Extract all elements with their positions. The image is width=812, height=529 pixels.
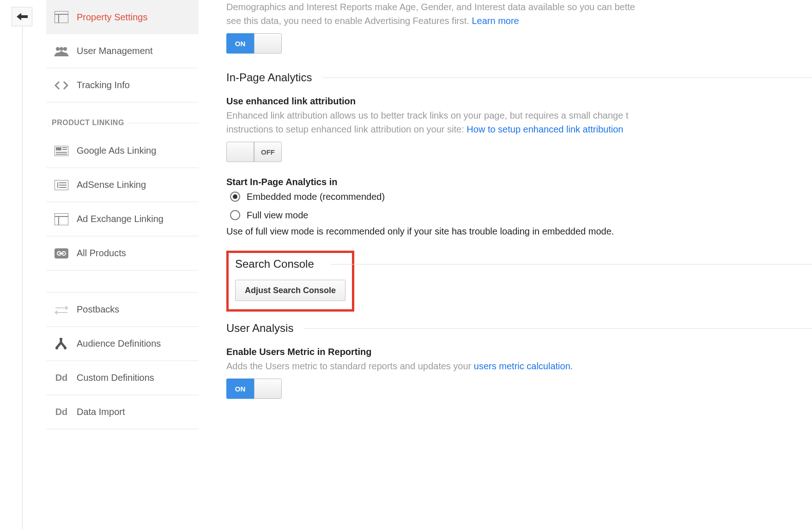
users-metric-toggle[interactable]: ON	[226, 379, 282, 399]
sidebar-item-label: Postbacks	[77, 304, 119, 315]
text: see this data, you need to enable Advert…	[226, 16, 472, 26]
sidebar-item-all-products[interactable]: All Products	[46, 236, 199, 271]
toggle-handle	[254, 379, 282, 399]
vertical-divider	[22, 27, 23, 529]
enable-users-title: Enable Users Metric in Reporting	[226, 347, 812, 357]
sidebar-item-label: Tracking Info	[77, 80, 130, 90]
sidebar-item-adsense-linking[interactable]: AdSense Linking	[46, 168, 199, 202]
branch-icon	[54, 336, 69, 352]
text: instructions to setup enhanced link attr…	[226, 124, 467, 134]
svg-point-3	[56, 47, 60, 51]
svg-point-4	[60, 47, 63, 51]
toggle-off-label: OFF	[254, 142, 282, 162]
sidebar-item-label: Ad Exchange Linking	[77, 214, 164, 224]
divider-line	[304, 328, 812, 329]
toggle-handle	[254, 33, 282, 54]
back-arrow-icon	[17, 13, 28, 20]
demographics-toggle[interactable]: ON	[226, 33, 282, 54]
sidebar-item-property-settings[interactable]: Property Settings	[46, 0, 199, 34]
sidebar: Property Settings User Management Tracki…	[46, 0, 199, 429]
button-label: Adjust Search Console	[245, 286, 336, 295]
users-metric-link[interactable]: users metric calculation.	[474, 361, 573, 371]
radio-label: Embedded mode (recommended)	[247, 192, 385, 202]
heading-text: Search Console	[235, 258, 314, 271]
exchange-icon	[54, 302, 69, 318]
news-icon	[54, 143, 69, 159]
radio-embedded-mode[interactable]: Embedded mode (recommended)	[230, 187, 812, 206]
radio-label: Full view mode	[247, 210, 308, 221]
svg-rect-17	[55, 213, 68, 225]
full-view-note: Use of full view mode is recommended onl…	[226, 226, 812, 237]
sidebar-item-postbacks[interactable]: Postbacks	[46, 293, 199, 327]
enhanced-link-description: Enhanced link attribution allows us to b…	[226, 108, 812, 136]
sidebar-item-google-ads-linking[interactable]: Google Ads Linking	[46, 134, 199, 168]
svg-point-25	[55, 347, 58, 349]
sidebar-item-label: Data Import	[77, 407, 125, 417]
svg-point-5	[63, 47, 67, 51]
svg-point-26	[64, 347, 67, 349]
layout-icon	[54, 9, 69, 25]
sidebar-item-ad-exchange-linking[interactable]: Ad Exchange Linking	[46, 202, 199, 236]
sidebar-item-label: Google Ads Linking	[77, 145, 156, 156]
adjust-search-console-button[interactable]: Adjust Search Console	[235, 280, 345, 301]
in-page-analytics-heading: In-Page Analytics	[226, 71, 812, 84]
enhanced-link-toggle[interactable]: OFF	[226, 142, 282, 162]
search-console-heading: Search Console	[235, 258, 327, 271]
dd-icon: Dd	[54, 370, 69, 386]
sidebar-spacer	[46, 271, 199, 293]
divider-line	[331, 264, 812, 264]
divider-line	[323, 78, 812, 78]
list-icon	[54, 177, 69, 193]
divider-line	[129, 123, 199, 123]
sidebar-item-tracking-info[interactable]: Tracking Info	[46, 68, 199, 102]
users-icon	[54, 43, 69, 59]
sidebar-item-label: All Products	[77, 248, 126, 258]
radio-full-view-mode[interactable]: Full view mode	[230, 206, 812, 224]
sidebar-item-user-management[interactable]: User Management	[46, 34, 199, 68]
sidebar-item-label: User Management	[77, 46, 153, 56]
sidebar-item-label: Audience Definitions	[77, 338, 161, 349]
start-inpage-title: Start In-Page Analytics in	[226, 177, 812, 187]
link-icon	[54, 246, 69, 261]
toggle-handle	[226, 142, 254, 162]
heading-text: In-Page Analytics	[226, 71, 312, 84]
sidebar-section-header: PRODUCT LINKING	[46, 112, 199, 134]
sidebar-item-custom-definitions[interactable]: Dd Custom Definitions	[46, 361, 199, 395]
toggle-on-label: ON	[226, 33, 254, 54]
radio-icon	[230, 192, 240, 202]
learn-more-link[interactable]: Learn more	[472, 16, 519, 26]
heading-text: User Analysis	[226, 322, 293, 335]
radio-icon	[230, 210, 240, 220]
svg-rect-0	[55, 11, 68, 23]
user-analysis-heading: User Analysis	[226, 322, 812, 335]
code-icon	[54, 78, 69, 93]
sidebar-section-label: PRODUCT LINKING	[52, 119, 124, 127]
text: Adds the Users metric to standard report…	[226, 361, 474, 371]
sidebar-item-label: Property Settings	[77, 12, 147, 23]
layout-icon	[54, 211, 69, 227]
sidebar-item-label: Custom Definitions	[77, 373, 154, 383]
sidebar-item-audience-definitions[interactable]: Audience Definitions	[46, 327, 199, 361]
search-console-highlight: Search Console Adjust Search Console	[226, 251, 354, 312]
enhanced-link-title: Use enhanced link attribution	[226, 96, 812, 107]
enable-users-description: Adds the Users metric to standard report…	[226, 359, 812, 373]
sidebar-item-label: AdSense Linking	[77, 180, 146, 190]
main-content: Demographics and Interest Reports make A…	[226, 0, 812, 399]
back-button[interactable]	[12, 7, 32, 26]
text: Enhanced link attribution allows us to b…	[226, 110, 628, 120]
demographics-description: Demographics and Interest Reports make A…	[226, 0, 812, 28]
enhanced-link-help-link[interactable]: How to setup enhanced link attribution	[467, 124, 623, 134]
toggle-on-label: ON	[226, 379, 254, 399]
svg-rect-7	[56, 147, 61, 150]
text: Demographics and Interest Reports make A…	[226, 2, 635, 12]
dd-icon: Dd	[54, 404, 69, 420]
sidebar-item-data-import[interactable]: Dd Data Import	[46, 395, 199, 429]
